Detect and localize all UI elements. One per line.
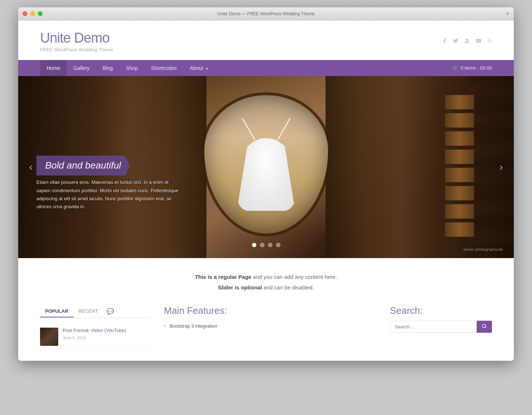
new-tab-button[interactable]: + bbox=[505, 11, 509, 17]
slider-next-button[interactable]: › bbox=[496, 158, 507, 177]
site-branding: Unite Demo FREE WordPress Wedding Theme bbox=[40, 31, 113, 52]
hero-step-7 bbox=[445, 203, 474, 219]
hero-slider: Bold and beautiful Etiam vitae posuere e… bbox=[18, 76, 514, 258]
post-thumb-image bbox=[40, 328, 58, 346]
nav-cart[interactable]: 🛒 0 items - £0.00 bbox=[452, 65, 492, 71]
nav-item-shop[interactable]: Shop bbox=[119, 60, 145, 76]
col-right: Search: bbox=[390, 305, 492, 333]
search-form bbox=[390, 321, 492, 333]
nav-item-about[interactable]: About ▾ bbox=[183, 60, 214, 76]
post-item: Post Format: Video (YouTube) June 9, 201… bbox=[40, 324, 149, 350]
intro-rest-1: and you can add any content here. bbox=[251, 274, 337, 280]
main-content: This is a regular Page and you can add a… bbox=[18, 258, 514, 361]
slider-title: Bold and beautiful bbox=[45, 160, 121, 171]
hero-wood-right bbox=[326, 76, 514, 258]
twitter-icon[interactable] bbox=[453, 38, 458, 45]
intro-bold-1: This is a regular Page bbox=[195, 274, 251, 280]
nav-item-gallery[interactable]: Gallery bbox=[67, 60, 96, 76]
feature-item-1: Bootstrap 3 integration bbox=[164, 322, 375, 330]
nav-link-shop[interactable]: Shop bbox=[119, 60, 145, 76]
hero-step-1 bbox=[445, 94, 474, 110]
nav-link-shortcodes[interactable]: Shortcodes bbox=[144, 60, 183, 76]
intro-rest-2: and can be disabled. bbox=[262, 284, 314, 290]
intro-line-1: This is a regular Page and you can add a… bbox=[40, 273, 492, 281]
nav-item-home[interactable]: Home bbox=[40, 60, 67, 76]
nav-item-shortcodes[interactable]: Shortcodes bbox=[144, 60, 183, 76]
hero-step-5 bbox=[445, 167, 474, 182]
bride-arm-left bbox=[241, 118, 255, 140]
slider-dot-2[interactable] bbox=[260, 243, 264, 247]
tab-recent[interactable]: RECENT bbox=[74, 305, 103, 317]
bride-dress bbox=[237, 138, 295, 211]
col-left: POPULAR RECENT 💬 Post Format: Video (You… bbox=[40, 305, 149, 350]
close-button[interactable] bbox=[23, 11, 27, 16]
comment-tab-icon[interactable]: 💬 bbox=[103, 305, 118, 318]
slider-prev-button[interactable]: ‹ bbox=[25, 158, 36, 177]
search-icon bbox=[482, 324, 487, 329]
hero-step-6 bbox=[445, 185, 474, 201]
hero-steps bbox=[445, 94, 474, 240]
columns: POPULAR RECENT 💬 Post Format: Video (You… bbox=[40, 305, 492, 350]
intro-bold-2: Slider is optional bbox=[218, 284, 262, 290]
window-title: Unite Demo — FREE WordPress Wedding Them… bbox=[217, 11, 315, 16]
nav-link-about[interactable]: About ▾ bbox=[183, 60, 214, 76]
rss-icon[interactable] bbox=[487, 38, 492, 45]
minimize-button[interactable] bbox=[30, 11, 35, 16]
photo-credit: weiler-photography.de bbox=[464, 247, 503, 252]
post-info: Post Format: Video (YouTube) June 9, 201… bbox=[63, 328, 126, 346]
hero-step-4 bbox=[445, 149, 474, 164]
mac-window-buttons bbox=[23, 11, 43, 16]
site-description: FREE WordPress Wedding Theme bbox=[40, 47, 113, 52]
site-nav: Home Gallery Blog Shop Shortcodes About bbox=[18, 60, 514, 76]
slider-dot-1[interactable] bbox=[252, 243, 256, 247]
intro-line-2: Slider is optional and can be disabled. bbox=[40, 284, 492, 290]
nav-link-blog[interactable]: Blog bbox=[96, 60, 119, 76]
hero-step-2 bbox=[445, 112, 474, 128]
slider-text: Etiam vitae posuere eros. Maecenas et lu… bbox=[36, 178, 182, 210]
about-dropdown-arrow: ▾ bbox=[206, 67, 208, 71]
post-date: June 9, 2014 bbox=[63, 336, 86, 340]
post-title-link[interactable]: Post Format: Video (YouTube) bbox=[63, 328, 126, 333]
bride-figure bbox=[233, 109, 299, 211]
youtube-icon[interactable] bbox=[475, 38, 482, 45]
tabs-bar: POPULAR RECENT 💬 bbox=[40, 305, 149, 318]
svg-point-1 bbox=[488, 42, 488, 42]
site-header: Unite Demo FREE WordPress Wedding Theme bbox=[18, 20, 514, 60]
svg-point-2 bbox=[482, 324, 486, 328]
hero-step-3 bbox=[445, 131, 474, 146]
nav-link-gallery[interactable]: Gallery bbox=[67, 60, 96, 76]
nav-menu: Home Gallery Blog Shop Shortcodes About bbox=[40, 60, 452, 76]
nav-link-home[interactable]: Home bbox=[40, 60, 67, 76]
site-content: Unite Demo FREE WordPress Wedding Theme bbox=[18, 20, 514, 361]
site-title: Unite Demo bbox=[40, 31, 113, 46]
cart-label: 0 items - £0.00 bbox=[461, 65, 492, 71]
features-list: Bootstrap 3 integration bbox=[164, 322, 375, 330]
facebook-icon[interactable] bbox=[442, 38, 448, 45]
slider-caption: Bold and beautiful Etiam vitae posuere e… bbox=[36, 155, 182, 210]
mac-window: Unite Demo — FREE WordPress Wedding Them… bbox=[18, 7, 514, 361]
slider-dots bbox=[252, 243, 280, 247]
slider-dot-4[interactable] bbox=[276, 243, 280, 247]
googleplus-icon[interactable] bbox=[464, 38, 470, 45]
search-input[interactable] bbox=[390, 321, 477, 333]
bride-arm-right bbox=[277, 118, 291, 140]
hero-step-8 bbox=[445, 222, 474, 237]
col-mid: Main Features: Bootstrap 3 integration bbox=[164, 305, 375, 330]
slider-dot-3[interactable] bbox=[268, 243, 272, 247]
slider-title-bg: Bold and beautiful bbox=[36, 155, 130, 175]
social-icons bbox=[442, 38, 492, 45]
search-title: Search: bbox=[390, 305, 492, 316]
maximize-button[interactable] bbox=[38, 11, 43, 16]
cart-icon: 🛒 bbox=[452, 65, 458, 71]
search-button[interactable] bbox=[477, 321, 492, 333]
mac-titlebar: Unite Demo — FREE WordPress Wedding Them… bbox=[18, 7, 514, 20]
nav-item-blog[interactable]: Blog bbox=[96, 60, 119, 76]
features-title: Main Features: bbox=[164, 305, 375, 316]
tab-popular[interactable]: POPULAR bbox=[40, 305, 74, 317]
hero-circle bbox=[204, 95, 328, 233]
post-thumbnail bbox=[40, 328, 58, 346]
